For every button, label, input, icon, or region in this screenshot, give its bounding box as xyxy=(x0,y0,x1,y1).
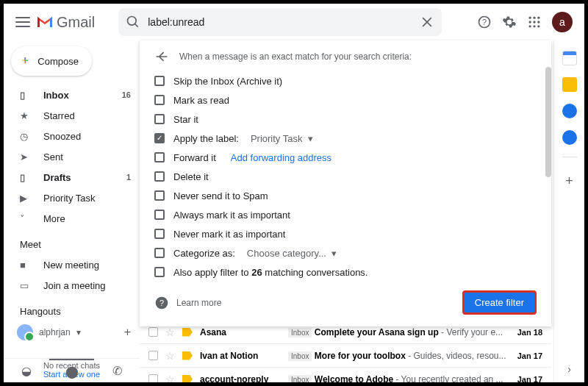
help-icon: ? xyxy=(154,296,169,310)
filter-panel: When a message is an exact match for you… xyxy=(140,40,551,326)
tab-person-icon[interactable]: ◒ xyxy=(4,359,49,382)
checkbox[interactable] xyxy=(154,190,165,201)
svg-point-0 xyxy=(128,17,137,26)
calendar-app-icon[interactable] xyxy=(562,51,577,65)
menu-icon[interactable] xyxy=(15,17,30,27)
inbox-tag: Inbox xyxy=(288,351,312,361)
filter-option[interactable]: Never mark it as important xyxy=(154,224,537,243)
svg-point-9 xyxy=(529,21,531,23)
filter-option[interactable]: Star it xyxy=(154,110,537,129)
filter-option[interactable]: Never send it to Spam xyxy=(154,186,537,205)
checkbox[interactable] xyxy=(154,171,165,182)
checkbox[interactable] xyxy=(154,267,165,277)
keyboard-icon: ▭ xyxy=(20,280,32,291)
join-meeting[interactable]: ▭Join a meeting xyxy=(4,275,140,296)
presence-icon xyxy=(17,324,33,340)
hangouts-title: Hangouts xyxy=(4,296,140,321)
scrollbar[interactable] xyxy=(545,67,551,177)
checkbox[interactable] xyxy=(154,248,165,258)
video-icon: ■ xyxy=(20,260,32,271)
gmail-logo[interactable]: Gmail xyxy=(36,14,95,31)
checkbox[interactable] xyxy=(154,133,165,143)
forward-address-link[interactable]: Add forwarding address xyxy=(231,152,331,163)
new-meeting[interactable]: ■New meeting xyxy=(4,254,140,275)
svg-line-1 xyxy=(135,24,138,27)
svg-text:?: ? xyxy=(159,299,164,307)
select-value[interactable]: Choose category... ▾ xyxy=(247,248,337,259)
send-icon: ➤ xyxy=(20,151,32,162)
learn-more-link[interactable]: ? Learn more xyxy=(154,296,221,310)
back-icon[interactable] xyxy=(154,49,169,64)
search-input[interactable] xyxy=(148,16,412,28)
importance-icon[interactable] xyxy=(182,375,193,383)
inbox-tag: Inbox xyxy=(288,375,312,383)
checkbox[interactable] xyxy=(154,152,165,162)
svg-point-10 xyxy=(533,21,535,23)
star-icon[interactable]: ☆ xyxy=(165,374,175,383)
clear-search-icon[interactable] xyxy=(420,15,434,29)
filter-option[interactable]: Mark as read xyxy=(154,90,537,110)
compose-button[interactable]: Compose xyxy=(11,46,92,76)
search-icon[interactable] xyxy=(126,15,140,29)
checkbox[interactable] xyxy=(148,374,158,382)
sidebar-item-inbox[interactable]: ▯Inbox16 xyxy=(4,85,140,105)
svg-point-14 xyxy=(537,25,539,27)
svg-point-11 xyxy=(537,21,539,23)
collapse-panel-icon[interactable]: › xyxy=(567,363,571,375)
help-icon[interactable]: ? xyxy=(477,15,492,29)
tab-chat-icon[interactable]: ⬤ xyxy=(49,359,95,382)
checkbox[interactable] xyxy=(154,229,165,239)
importance-icon[interactable] xyxy=(182,328,193,337)
chat-tabs: ◒ ⬤ ✆ xyxy=(4,358,140,382)
side-panel: + › xyxy=(553,40,584,382)
more-icon: ˅ xyxy=(20,213,32,224)
filter-option[interactable]: Apply the label:Priority Task ▾ xyxy=(154,129,537,148)
mail-row[interactable]: ☆account-noreplyInbox Welcome to Adobe -… xyxy=(140,367,551,382)
keep-app-icon[interactable] xyxy=(562,77,577,92)
star-icon: ★ xyxy=(20,110,32,121)
apps-icon[interactable] xyxy=(527,15,542,29)
inbox-icon: ▯ xyxy=(20,90,32,101)
svg-point-7 xyxy=(533,17,535,19)
sidebar-item-priority-task[interactable]: ▶Priority Task xyxy=(4,187,140,208)
star-icon[interactable]: ☆ xyxy=(165,326,175,338)
meet-title: Meet xyxy=(4,229,140,254)
hangouts-user[interactable]: alphrjan▾ + xyxy=(4,321,140,343)
checkbox[interactable] xyxy=(154,95,165,105)
search-bar[interactable] xyxy=(118,8,442,36)
filter-option[interactable]: Forward itAdd forwarding address xyxy=(154,148,537,167)
compose-label: Compose xyxy=(37,56,79,67)
checkbox[interactable] xyxy=(154,76,165,86)
inbox-tag: Inbox xyxy=(288,328,312,337)
sidebar-item-more[interactable]: ˅More xyxy=(4,208,140,229)
tag-icon: ▶ xyxy=(20,193,32,204)
checkbox[interactable] xyxy=(154,210,165,220)
filter-option[interactable]: Also apply filter to 26 matching convers… xyxy=(154,262,537,282)
tasks-app-icon[interactable] xyxy=(562,104,577,118)
importance-icon[interactable] xyxy=(182,351,193,360)
filter-option[interactable]: Skip the Inbox (Archive it) xyxy=(154,71,537,90)
svg-point-6 xyxy=(529,17,531,19)
checkbox[interactable] xyxy=(148,327,158,337)
new-chat-icon[interactable]: + xyxy=(124,326,131,339)
star-icon[interactable]: ☆ xyxy=(165,350,175,362)
filter-option[interactable]: Delete it xyxy=(154,167,537,186)
plus-icon xyxy=(20,53,30,70)
create-filter-button[interactable]: Create filter xyxy=(462,290,537,315)
contacts-app-icon[interactable] xyxy=(562,130,577,145)
filter-option[interactable]: Categorize as:Choose category... ▾ xyxy=(154,243,537,262)
mail-row[interactable]: ☆Ivan at NotionInbox More for your toolb… xyxy=(140,343,551,367)
checkbox[interactable] xyxy=(148,351,158,360)
sidebar-item-sent[interactable]: ➤Sent xyxy=(4,146,140,167)
filter-option[interactable]: Always mark it as important xyxy=(154,205,537,224)
sidebar-item-snoozed[interactable]: ◷Snoozed xyxy=(4,126,140,146)
sidebar-item-drafts[interactable]: ▯Drafts1 xyxy=(4,167,140,187)
file-icon: ▯ xyxy=(20,172,32,183)
select-value[interactable]: Priority Task ▾ xyxy=(251,133,313,144)
sidebar-item-starred[interactable]: ★Starred xyxy=(4,105,140,126)
checkbox[interactable] xyxy=(154,114,165,124)
account-avatar[interactable]: a xyxy=(552,12,573,32)
tab-phone-icon[interactable]: ✆ xyxy=(94,359,140,382)
settings-icon[interactable] xyxy=(502,15,517,29)
add-app-icon[interactable]: + xyxy=(565,174,573,189)
